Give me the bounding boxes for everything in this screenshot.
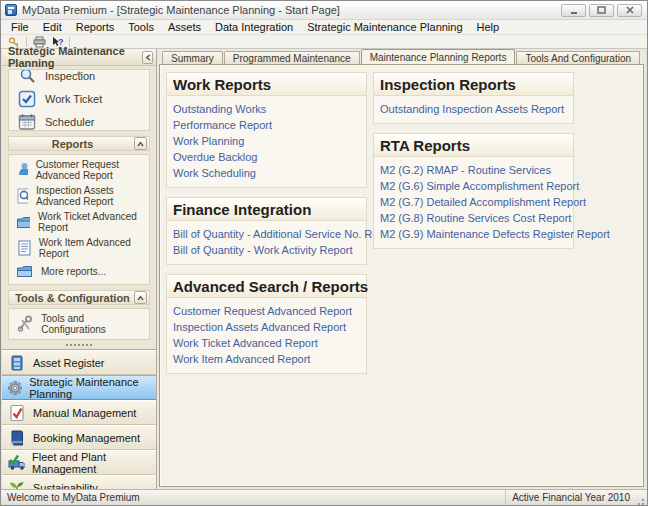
sidebar-item-scheduler[interactable]: Scheduler [9,110,149,131]
gear-icon [8,379,22,397]
nav-item-fleet-and-plant-management[interactable]: Fleet and Plant Management [2,450,156,475]
sidebar-item-inspection-assets-advanced-report[interactable]: Inspection Assets Advanced Report [9,183,149,209]
tab-maintenance-planning-reports[interactable]: Maintenance Planning Reports [361,49,516,64]
menu-assets[interactable]: Assets [161,21,208,33]
report-link-m2-g9-maintenance-defects-register[interactable]: M2 (G.9) Maintenance Defects Register Re… [380,226,567,242]
sidebar-item-tools-and-configurations[interactable]: Tools and Configurations [9,311,149,337]
tools-group-title: Tools & Configuration [11,292,134,304]
report-link-inspection-assets-advanced[interactable]: Inspection Assets Advanced Report [173,319,360,335]
tools-collapse-button[interactable] [134,291,147,304]
section-links: Outstanding Works Performance Report Wor… [167,96,366,187]
close-button[interactable] [617,4,642,17]
minimize-button[interactable] [561,4,586,17]
report-link-boq-work-activity[interactable]: Bill of Quantity - Work Activity Report [173,242,360,258]
reports-column-right: Inspection Reports Outstanding Inspectio… [373,72,574,479]
tools-group: Tools and Configurations [8,308,150,340]
nav-item-asset-register[interactable]: Asset Register [2,350,156,375]
section-finance-integration: Finance Integration Bill of Quantity - A… [166,197,367,265]
sidebar-item-work-ticket-advanced-report[interactable]: Work Ticket Advanced Report [9,209,149,235]
manual-check-icon [8,404,26,422]
sidebar-item-label: More reports... [41,266,106,277]
sidebar-item-label: Inspection [45,70,95,82]
reports-group-header[interactable]: Reports [8,136,150,151]
customer-report-icon [16,162,28,178]
menu-file[interactable]: File [4,21,36,33]
sidebar-item-work-ticket[interactable]: Work Ticket [9,87,149,110]
menu-edit[interactable]: Edit [36,21,69,33]
report-link-outstanding-inspection-assets[interactable]: Outstanding Inspection Assets Report [380,101,567,117]
menu-reports[interactable]: Reports [69,21,122,33]
report-link-overdue-backlog[interactable]: Overdue Backlog [173,149,360,165]
splitter-grip-icon [66,344,92,346]
sidebar-item-more-reports[interactable]: More reports... [9,261,149,282]
shortcut-group: Inspection Work Ticket [8,69,150,131]
menu-bar: File Edit Reports Tools Assets Data Inte… [1,20,647,35]
scroll-up-icon[interactable] [76,71,82,75]
report-link-work-planning[interactable]: Work Planning [173,133,360,149]
window-controls [561,4,642,17]
section-work-reports: Work Reports Outstanding Works Performan… [166,72,367,188]
window-title: MyData Premium - [Strategic Maintenance … [22,4,561,16]
section-links: Bill of Quantity - Additional Service No… [167,221,366,264]
report-link-m2-g6-simple-accomplishment[interactable]: M2 (G.6) Simple Accomplishment Report [380,178,567,194]
sidebar-splitter[interactable] [2,340,156,349]
reports-collapse-button[interactable] [134,137,147,150]
magnifier-icon [18,69,36,85]
document-icon [16,240,31,256]
app-body: Strategic Maintenance Planning Inspectio… [2,49,646,489]
status-financial-year: Active Financial Year 2010 [506,490,636,505]
menu-help[interactable]: Help [470,21,507,33]
tab-tools-and-configuration[interactable]: Tools And Configuration [516,51,640,64]
report-link-work-scheduling[interactable]: Work Scheduling [173,165,360,181]
report-link-m2-g7-detailed-accomplishment[interactable]: M2 (G.7) Detailed Accomplishment Report [380,194,567,210]
menu-strategic-maintenance-planning[interactable]: Strategic Maintenance Planning [300,21,469,33]
report-link-performance-report[interactable]: Performance Report [173,117,360,133]
nav-item-manual-management[interactable]: Manual Management [2,400,156,425]
sidebar-item-customer-request-advanced-report[interactable]: Customer Request Advanced Report [9,157,149,183]
nav-item-label: Asset Register [33,357,105,369]
tools-group-header[interactable]: Tools & Configuration [8,290,150,305]
tab-page-maintenance-planning-reports: Work Reports Outstanding Works Performan… [159,64,644,487]
nav-item-booking-management[interactable]: Booking Management [2,425,156,450]
report-link-boq-additional-service-no[interactable]: Bill of Quantity - Additional Service No… [173,226,360,242]
menu-data-integration[interactable]: Data Integration [208,21,300,33]
tab-summary[interactable]: Summary [162,51,223,64]
report-link-m2-g8-routine-services-cost[interactable]: M2 (G.8) Routine Services Cost Report [380,210,567,226]
menu-tools[interactable]: Tools [121,21,161,33]
truck-icon [8,454,25,472]
tab-programmed-maintenance[interactable]: Programmed Maintenance [224,51,360,64]
report-link-work-item-advanced[interactable]: Work Item Advanced Report [173,351,360,367]
status-message: Welcome to MyData Premium [1,490,506,505]
inspection-report-icon [16,188,28,204]
nav-item-label: Strategic Maintenance Planning [29,376,152,400]
status-bar: Welcome to MyData Premium Active Financi… [1,489,647,505]
sidebar-item-label: Work Item Advanced Report [39,237,147,259]
section-title: Finance Integration [167,198,366,221]
maximize-button[interactable] [589,4,614,17]
sidebar-item-label: Tools and Configurations [41,313,147,335]
sidebar-item-label: Scheduler [45,116,95,128]
tab-strip: Summary Programmed Maintenance Maintenan… [157,49,646,64]
report-link-m2-g2-rmap-routine-services[interactable]: M2 (G.2) RMAP - Routine Services [380,162,567,178]
app-logo-icon [5,4,17,16]
section-links: M2 (G.2) RMAP - Routine Services M2 (G.6… [374,157,573,248]
sidebar-collapse-button[interactable] [142,51,153,64]
titlebar: MyData Premium - [Strategic Maintenance … [1,1,647,20]
section-title: Inspection Reports [374,73,573,96]
sidebar-item-label: Work Ticket [45,93,102,105]
report-link-customer-request-advanced[interactable]: Customer Request Advanced Report [173,303,360,319]
report-link-outstanding-works[interactable]: Outstanding Works [173,101,360,117]
sidebar-item-work-item-advanced-report[interactable]: Work Item Advanced Report [9,235,149,261]
section-links: Customer Request Advanced Report Inspect… [167,298,366,373]
minimize-icon [570,7,578,14]
section-links: Outstanding Inspection Assets Report [374,96,573,123]
sidebar-item-label: Customer Request Advanced Report [36,159,147,181]
restore-icon [597,6,606,14]
sidebar: Strategic Maintenance Planning Inspectio… [2,49,157,489]
report-link-work-ticket-advanced[interactable]: Work Ticket Advanced Report [173,335,360,351]
section-title: RTA Reports [374,134,573,157]
nav-item-strategic-maintenance-planning[interactable]: Strategic Maintenance Planning [2,375,156,400]
reports-group: Customer Request Advanced Report Inspect… [8,154,150,285]
resize-grip-icon[interactable] [636,496,645,505]
nav-item-label: Fleet and Plant Management [32,451,152,475]
